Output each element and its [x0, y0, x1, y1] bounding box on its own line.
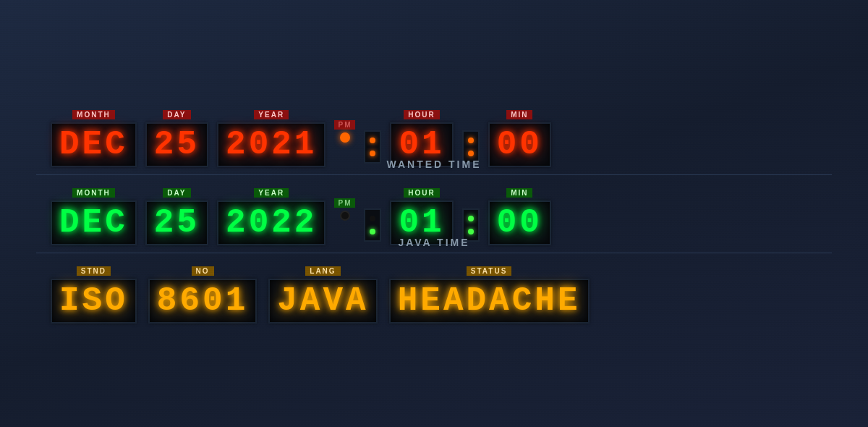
java-year-screen: 2022 [217, 200, 326, 245]
java-min-group: MIN 00 [488, 188, 551, 245]
wanted-year-label: YEAR [254, 110, 289, 119]
wanted-day-label: DAY [163, 110, 190, 119]
lang-screen: JAVA [268, 279, 377, 324]
java-year-group: YEAR 2022 [217, 188, 326, 245]
wanted-min-value: 00 [497, 128, 542, 161]
java-hour-label: HOUR [404, 188, 439, 198]
java-hour-value: 01 [399, 206, 444, 240]
wanted-hour-value: 01 [399, 128, 444, 161]
no-group: NO 8601 [148, 266, 257, 324]
java-time-row: MONTH DEC DAY 25 YEAR 2022 PM [36, 175, 832, 253]
wanted-colon2-dot-bottom [468, 151, 474, 156]
java-month-value: DEC [59, 206, 128, 240]
status-screen: HEADACHE [389, 279, 590, 324]
stnd-value: ISO [59, 284, 128, 318]
wanted-month-group: MONTH DEC [51, 110, 137, 167]
wanted-month-label: MONTH [72, 110, 115, 119]
wanted-time-row: MONTH DEC DAY 25 YEAR 2021 PM [36, 97, 832, 175]
java-colon2-dot-bottom [468, 229, 474, 234]
wanted-year-value: 2021 [226, 128, 317, 161]
wanted-day-screen: 25 [145, 122, 208, 167]
lang-group: LANG JAVA [268, 266, 377, 324]
java-year-label: YEAR [254, 188, 289, 198]
status-label: STATUS [467, 266, 512, 276]
java-min-screen: 00 [488, 200, 551, 245]
wanted-day-group: DAY 25 [145, 110, 208, 167]
wanted-colon-1 [364, 110, 381, 164]
java-month-label: MONTH [72, 188, 115, 198]
java-colon2-dot-top [468, 216, 474, 221]
java-colon-2 [462, 188, 480, 242]
wanted-month-value: DEC [59, 128, 128, 161]
wanted-year-screen: 2021 [217, 122, 326, 167]
java-day-value: 25 [154, 206, 200, 240]
java-pm-group: PM [334, 188, 355, 221]
java-pm-indicator [340, 211, 350, 221]
wanted-min-group: MIN 00 [488, 110, 551, 167]
wanted-hour-label: HOUR [404, 110, 439, 119]
java-min-value: 00 [497, 206, 542, 240]
wanted-pm-label: PM [334, 120, 355, 130]
java-month-screen: DEC [51, 200, 137, 245]
java-year-value: 2022 [226, 206, 317, 240]
java-colon-dot-top [370, 216, 375, 221]
wanted-pm-indicator [340, 132, 350, 143]
java-day-label: DAY [163, 188, 190, 198]
stnd-screen: ISO [51, 279, 137, 324]
wanted-month-screen: DEC [51, 122, 137, 167]
no-screen: 8601 [148, 279, 257, 324]
stnd-group: STND ISO [51, 266, 137, 324]
wanted-colon-dot-top [370, 138, 375, 143]
status-value: HEADACHE [398, 284, 581, 318]
java-pm-label: PM [334, 198, 355, 208]
wanted-colon-2 [462, 110, 480, 164]
wanted-pm-group: PM [334, 110, 355, 143]
wanted-min-label: MIN [506, 110, 532, 119]
wanted-min-screen: 00 [488, 122, 551, 167]
wanted-colon2-dot-top [468, 138, 474, 143]
java-colon-dot-bottom [370, 229, 375, 234]
java-day-screen: 25 [145, 200, 208, 245]
java-row-label: JAVA TIME [398, 237, 469, 248]
stnd-label: STND [77, 266, 111, 276]
lang-value: JAVA [277, 284, 368, 318]
no-label: NO [192, 266, 214, 276]
java-min-label: MIN [506, 188, 532, 198]
wanted-year-group: YEAR 2021 [217, 110, 326, 167]
no-value: 8601 [157, 284, 248, 318]
wanted-row-label: WANTED TIME [387, 158, 482, 170]
lang-label: LANG [305, 266, 340, 276]
bottom-row: STND ISO NO 8601 LANG JAVA STATUS HEADAC… [36, 253, 832, 331]
java-day-group: DAY 25 [145, 188, 208, 245]
java-colon-1 [364, 188, 381, 242]
status-group: STATUS HEADACHE [389, 266, 590, 324]
wanted-day-value: 25 [154, 128, 200, 161]
java-month-group: MONTH DEC [51, 188, 137, 245]
wanted-colon-dot-bottom [370, 151, 375, 156]
main-panel: MONTH DEC DAY 25 YEAR 2021 PM [36, 97, 832, 331]
